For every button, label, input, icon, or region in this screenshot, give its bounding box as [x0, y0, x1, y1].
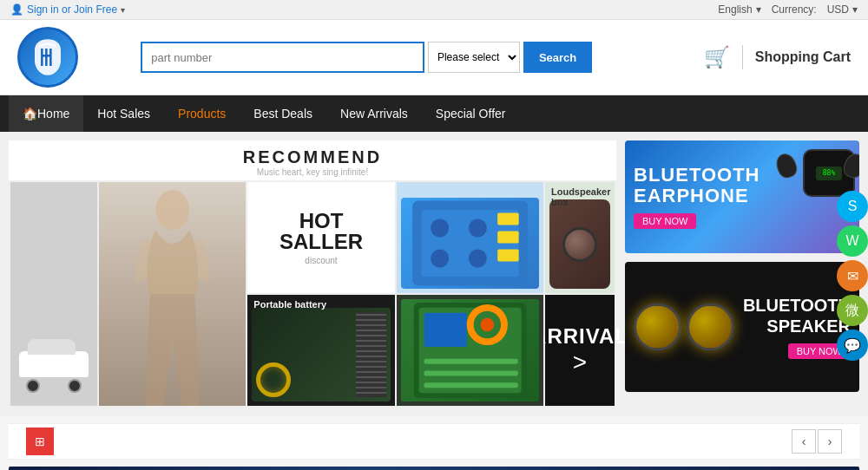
currency-dropdown-icon: ▾: [852, 3, 858, 16]
header: Please select Search 🛒 Shopping Cart: [0, 20, 868, 95]
earphone-digits: 88%: [823, 169, 835, 177]
speaker-banner-title: BLUETOOTHSPEAKER: [743, 295, 851, 336]
search-area: Please select Search: [141, 42, 592, 73]
bluetooth-earphone-banner[interactable]: BLUETOOTHEARPHONE BUY NOW 88%: [625, 140, 859, 253]
module-coil: [256, 362, 291, 397]
recommend-header: RECOMMEND Music heart, key sing infinite…: [9, 140, 616, 180]
footer-banner: 🏅 Golden Supplier 🕐 Online Service 🌐 Fas…: [9, 467, 859, 470]
arrival-arrow: >: [573, 349, 587, 376]
car-wheels: [19, 379, 89, 393]
earphone-buy-now-button[interactable]: BUY NOW: [634, 213, 696, 229]
girl-bg: [99, 182, 246, 406]
search-input[interactable]: [141, 42, 424, 73]
language-dropdown-icon: ▾: [756, 3, 761, 16]
cart-label: Shopping Cart: [755, 49, 851, 65]
recommend-section: RECOMMEND Music heart, key sing infinite…: [9, 140, 616, 408]
battery-module-visual: [252, 308, 390, 401]
email-button[interactable]: ✉: [837, 260, 868, 291]
grid-view-button[interactable]: ⊞: [26, 428, 54, 455]
top-bar-right: English ▾ Currency: USD ▾: [718, 3, 858, 16]
top-bar: 👤 Sign in or Join Free ▾ English ▾ Curre…: [0, 0, 868, 20]
svg-rect-16: [424, 371, 517, 376]
recommend-title: RECOMMEND: [9, 147, 616, 167]
dc-module-cell[interactable]: [397, 295, 543, 406]
nav-products[interactable]: Products: [164, 95, 240, 132]
speaker-cone: [562, 227, 597, 262]
nav-special-offer[interactable]: Special Offer: [422, 95, 520, 132]
bluetooth-speaker-banner[interactable]: BLUETOOTHSPEAKER BUY NOW: [625, 262, 859, 392]
svg-point-4: [431, 250, 449, 268]
car-illustration: [19, 351, 89, 393]
navbar: 🏠 Home Hot Sales Products Best Deals New…: [0, 95, 868, 132]
svg-rect-6: [497, 213, 519, 225]
speaker-banner-text: BLUETOOTHSPEAKER BUY NOW: [743, 295, 851, 359]
cart-icon: 🛒: [704, 45, 730, 69]
language-label: English: [718, 3, 752, 16]
dc-module-svg: [401, 299, 539, 401]
svg-point-5: [469, 250, 487, 268]
bottom-nav-strip: ⊞ ‹ ›: [9, 423, 859, 460]
main-content: RECOMMEND Music heart, key sing infinite…: [0, 132, 868, 416]
car-wheel-right: [68, 379, 82, 393]
hot-saller-title: HOT SALLER: [279, 211, 363, 252]
svg-rect-7: [497, 232, 519, 244]
svg-rect-15: [424, 359, 517, 364]
dc-module-visual: [401, 299, 539, 401]
language-selector[interactable]: English ▾: [718, 3, 760, 16]
nav-new-arrivals[interactable]: New Arrivals: [326, 95, 422, 132]
svg-point-3: [469, 219, 487, 238]
loudspeaker-label: Loudspeaker box: [551, 186, 610, 207]
logo: [17, 27, 78, 88]
car-product-cell[interactable]: [10, 182, 97, 406]
category-select[interactable]: Please select: [428, 42, 520, 73]
loudspeaker-visual: [549, 199, 610, 289]
signin-link[interactable]: Sign in or Join Free: [27, 3, 117, 16]
chat-button[interactable]: 💬: [837, 330, 868, 361]
speaker-right: [687, 304, 734, 351]
module-heatsink: [356, 312, 386, 397]
currency-selector[interactable]: USD ▾: [827, 3, 858, 16]
pagination-arrows: ‹ ›: [792, 429, 842, 454]
earphone-bud-left: [773, 151, 799, 180]
arduino-board-visual: [401, 198, 539, 289]
skype-button[interactable]: S: [837, 191, 868, 222]
loudspeaker-cell[interactable]: Loudspeaker box: [545, 182, 615, 293]
nav-hot-sales[interactable]: Hot Sales: [83, 95, 164, 132]
svg-point-9: [155, 190, 189, 230]
girl-product-cell[interactable]: [99, 182, 246, 406]
prev-arrow-button[interactable]: ‹: [792, 429, 816, 454]
speaker-product-art: [634, 304, 734, 351]
search-button[interactable]: Search: [523, 42, 592, 73]
svg-rect-17: [424, 382, 517, 388]
nav-home[interactable]: 🏠 Home: [9, 95, 83, 132]
arduino-svg: [401, 198, 539, 289]
user-icon: 👤: [10, 3, 23, 16]
wechat-button[interactable]: 微: [837, 295, 868, 326]
top-bar-left: 👤 Sign in or Join Free ▾: [10, 3, 125, 16]
next-arrow-button[interactable]: ›: [818, 429, 842, 454]
recommend-subtitle: Music heart, key sing infinite!: [9, 167, 616, 177]
logo-icon: [26, 36, 69, 79]
portable-label: Portable battery: [253, 299, 326, 310]
hot-saller-cell[interactable]: HOT SALLER discount: [247, 182, 394, 293]
car-body: [19, 351, 89, 377]
car-roof: [28, 339, 76, 355]
recommend-grid: HOT SALLER discount: [9, 180, 616, 408]
side-banners: BLUETOOTHEARPHONE BUY NOW 88% BLUETOOT: [625, 140, 859, 408]
car-wheel-left: [26, 379, 40, 393]
earphone-screen: 88%: [816, 166, 842, 180]
portable-battery-cell[interactable]: Portable battery: [247, 295, 394, 406]
arduino-cell[interactable]: [397, 182, 543, 293]
arrival-cell[interactable]: ARRIVAL >: [545, 295, 615, 406]
cart-area[interactable]: 🛒 Shopping Cart: [704, 45, 851, 69]
signin-dropdown[interactable]: ▾: [121, 5, 125, 15]
whatsapp-button[interactable]: W: [837, 225, 868, 257]
home-icon: 🏠: [23, 107, 37, 121]
nav-best-deals[interactable]: Best Deals: [240, 95, 326, 132]
cart-divider: [742, 45, 743, 69]
currency-label-text: Currency:: [772, 3, 817, 16]
svg-point-2: [431, 219, 449, 238]
svg-point-14: [480, 318, 494, 332]
earphone-banner-text: BLUETOOTHEARPHONE BUY NOW: [634, 165, 760, 229]
svg-rect-8: [497, 250, 519, 262]
